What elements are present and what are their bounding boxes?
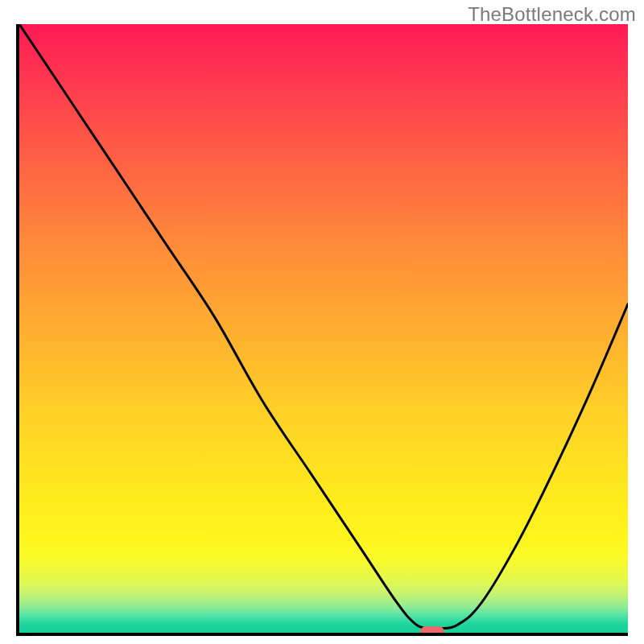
bottleneck-chart: TheBottleneck.com: [0, 0, 644, 644]
curve-svg: [19, 24, 628, 633]
attribution-text: TheBottleneck.com: [468, 3, 636, 26]
bottleneck-curve-path: [19, 24, 628, 629]
optimal-point-marker: [420, 626, 444, 636]
plot-area: [16, 24, 628, 636]
